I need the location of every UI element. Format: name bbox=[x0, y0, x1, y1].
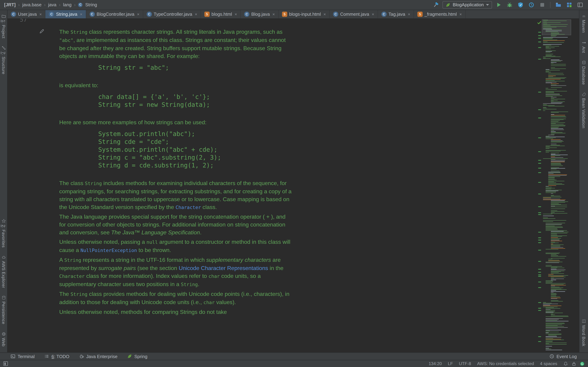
tab-comment-java[interactable]: CComment.java× bbox=[330, 10, 378, 18]
tool-stripe-database[interactable]: Database bbox=[581, 57, 586, 88]
javadoc-paragraph: The String class represents character st… bbox=[59, 28, 293, 60]
tool-stripe-label: 1: Project bbox=[1, 20, 6, 38]
doc-link[interactable]: Character bbox=[175, 204, 201, 210]
run-button[interactable] bbox=[494, 1, 503, 8]
profiler-button[interactable] bbox=[527, 1, 536, 8]
toolwindow-button-spring[interactable]: Spring bbox=[127, 354, 147, 359]
book-icon bbox=[581, 319, 586, 324]
event-log-button[interactable]: Event Log bbox=[549, 354, 577, 359]
minimap[interactable] bbox=[542, 19, 571, 352]
tab-blogcontroller-java[interactable]: CBlogController.java× bbox=[86, 10, 143, 18]
tool-stripe-aws-explorer[interactable]: AWS Explorer bbox=[1, 251, 6, 292]
toolwindow-toggle-icon[interactable] bbox=[3, 361, 8, 366]
doc-text: The Java™ Language Specification bbox=[111, 229, 200, 235]
doc-text: surrogate pairs bbox=[98, 265, 136, 271]
tab-label: BlogController.java bbox=[97, 12, 134, 17]
build-icon[interactable] bbox=[432, 1, 440, 8]
indent-info[interactable]: 4 spaces bbox=[540, 361, 557, 366]
grammarly-status-icon[interactable] bbox=[580, 361, 585, 366]
breadcrumb-item[interactable]: String bbox=[85, 2, 97, 8]
tab-tag-java[interactable]: CTag.java× bbox=[378, 10, 414, 18]
tab-user-java[interactable]: CUser.java× bbox=[8, 10, 45, 18]
leaf-icon bbox=[127, 354, 132, 359]
stop-button[interactable] bbox=[538, 1, 546, 8]
doc-text: in the bbox=[268, 265, 284, 271]
inspections-status-icon[interactable] bbox=[536, 20, 542, 25]
toolbar-right: BlogApplication bbox=[432, 1, 588, 8]
tab-blogs-input-html[interactable]: 5blogs-input.html× bbox=[279, 10, 330, 18]
edit-javadoc-pencil-icon[interactable] bbox=[39, 28, 45, 34]
ide-window: [JRT]›java.base›java›lang›CString BlogAp… bbox=[0, 0, 588, 367]
tool-stripe-ant[interactable]: Ant bbox=[581, 36, 586, 57]
left-stripe-top: 1: Project7: Structure bbox=[1, 10, 6, 78]
tab-close-icon[interactable]: × bbox=[459, 12, 462, 17]
breadcrumb-item[interactable]: java bbox=[48, 2, 56, 8]
run-configuration-combo[interactable]: BlogApplication bbox=[442, 1, 492, 8]
tab-close-icon[interactable]: × bbox=[323, 12, 326, 17]
tab-close-icon[interactable]: × bbox=[195, 12, 197, 17]
analysis-marks[interactable] bbox=[537, 19, 542, 352]
line-separator[interactable]: LF bbox=[448, 361, 453, 366]
doc-text: The class bbox=[59, 180, 85, 186]
tab-close-icon[interactable]: × bbox=[39, 12, 42, 17]
code-line: String str = "abc"; bbox=[98, 64, 293, 71]
bottom-toolbar-items: Terminal6: TODOJava EnterpriseSpring bbox=[10, 354, 147, 359]
java-class-icon: C bbox=[381, 12, 387, 17]
debug-button[interactable] bbox=[506, 1, 514, 8]
tab-close-icon[interactable]: × bbox=[272, 12, 275, 17]
tab-close-icon[interactable]: × bbox=[372, 12, 374, 17]
doc-text: String bbox=[70, 29, 87, 35]
breadcrumb-item[interactable]: java.base bbox=[22, 2, 42, 8]
lock-icon[interactable] bbox=[571, 361, 576, 366]
doc-link[interactable]: NullPointerException bbox=[80, 248, 137, 253]
main-toolbar: [JRT]›java.base›java›lang›CString BlogAp… bbox=[0, 0, 588, 10]
toolwindow-button-java-enterprise[interactable]: Java Enterprise bbox=[79, 354, 117, 359]
tool-stripe-web[interactable]: Web bbox=[1, 328, 6, 350]
tool-stripe-persistence[interactable]: Persistence bbox=[1, 292, 6, 328]
caret-position[interactable]: 134:20 bbox=[429, 361, 442, 366]
toolwindow-button-6-todo[interactable]: 6: TODO bbox=[44, 354, 69, 359]
tab-close-icon[interactable]: × bbox=[137, 12, 139, 17]
javadoc-paragraph: The Java language provides special suppo… bbox=[59, 213, 293, 236]
tool-stripe-maven[interactable]: mMaven bbox=[581, 10, 586, 36]
run-with-coverage-button[interactable] bbox=[516, 1, 525, 8]
right-tool-stripe: mMavenAntDatabaseBean Validation Word Bo… bbox=[579, 10, 588, 352]
tab-close-icon[interactable]: × bbox=[80, 12, 82, 17]
tool-stripe-1-project[interactable]: 1: Project bbox=[1, 10, 6, 42]
tool-stripe-2-favorites[interactable]: 2: Favorites bbox=[1, 215, 6, 251]
doc-text: Here are some more examples of how strin… bbox=[59, 119, 207, 125]
breadcrumb-item[interactable]: lang bbox=[63, 2, 72, 8]
aws-icon bbox=[1, 255, 6, 259]
doc-text: class represents character strings. All … bbox=[87, 28, 283, 35]
toolwindow-button-terminal[interactable]: Terminal bbox=[10, 354, 35, 359]
tab-blog-java[interactable]: CBlog.java× bbox=[241, 10, 279, 18]
html-file-icon: 5 bbox=[204, 12, 210, 17]
code-line: String cde = "cde"; bbox=[98, 138, 293, 146]
tab-string-java[interactable]: CString.java× bbox=[45, 10, 86, 18]
favorites-icon bbox=[1, 218, 6, 223]
tab-blogs-html[interactable]: 5blogs.html× bbox=[201, 10, 241, 18]
tab-close-icon[interactable]: × bbox=[235, 12, 237, 17]
tool-stripe-label: Database bbox=[581, 66, 586, 85]
aws-toolkit-icon[interactable] bbox=[554, 1, 562, 8]
tab-typecontroller-java[interactable]: CTypeController.java× bbox=[143, 10, 201, 18]
file-encoding[interactable]: UTF-8 bbox=[459, 361, 471, 366]
editor-area[interactable]: 57 The String class represents character… bbox=[8, 19, 579, 352]
tool-stripe-label: Ant bbox=[581, 46, 586, 53]
aws-credentials[interactable]: AWS: No credentials selected bbox=[477, 361, 534, 366]
tab-label: String.java bbox=[56, 12, 77, 17]
tab-fragments-html[interactable]: 5_fragments.html× bbox=[414, 10, 466, 18]
services-icon[interactable] bbox=[565, 1, 573, 8]
tool-stripe-bean-validation[interactable]: Bean Validation bbox=[581, 89, 586, 132]
tool-stripe-word-book[interactable]: Word Book bbox=[581, 315, 586, 350]
doc-text: represents a string in the UTF-16 format… bbox=[81, 257, 206, 263]
doc-text: . bbox=[198, 281, 199, 287]
tool-stripe-7-structure[interactable]: 7: Structure bbox=[1, 42, 6, 78]
restore-layout-icon[interactable] bbox=[576, 1, 584, 8]
code-line: System.out.println("abc" + cde); bbox=[98, 146, 293, 154]
notifications-icon[interactable] bbox=[563, 361, 568, 366]
doc-text: Character bbox=[59, 273, 85, 279]
doc-link[interactable]: Unicode Character Representations bbox=[179, 265, 268, 271]
tab-close-icon[interactable]: × bbox=[408, 12, 410, 17]
bean-icon bbox=[581, 92, 586, 97]
